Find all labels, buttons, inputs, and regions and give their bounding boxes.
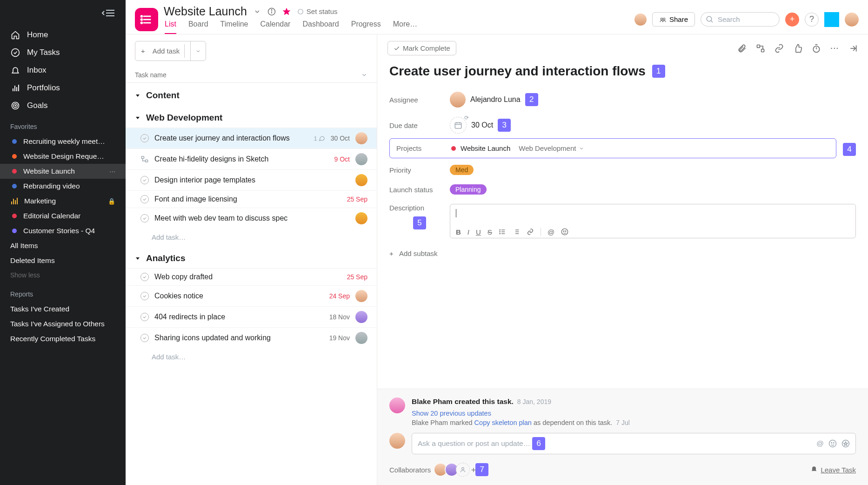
favorite-item[interactable]: Customer Stories - Q4 — [0, 223, 126, 238]
favorite-item[interactable]: Editorial Calendar — [0, 209, 126, 223]
more-icon[interactable]: ··· — [109, 167, 115, 175]
favorite-item[interactable]: Recruiting weekly meet… — [0, 134, 126, 149]
complete-checkbox[interactable] — [140, 214, 149, 222]
strike-button[interactable]: S — [487, 228, 492, 236]
subtask-icon[interactable] — [756, 44, 765, 53]
add-task-button[interactable]: + Add task — [135, 41, 206, 61]
add-task-inline[interactable]: Add task… — [126, 229, 377, 246]
nav-mytasks[interactable]: My Tasks — [0, 44, 126, 61]
link-button[interactable] — [527, 228, 534, 236]
complete-checkbox[interactable] — [140, 273, 149, 281]
member-avatar[interactable] — [634, 13, 647, 26]
task-row[interactable]: 404 redirects in place18 Nov — [126, 306, 377, 327]
nav-inbox[interactable]: Inbox — [0, 61, 126, 79]
nav-home[interactable]: Home — [0, 26, 126, 44]
section-header[interactable]: Content — [126, 83, 377, 105]
priority-field[interactable]: Med — [450, 165, 474, 175]
complete-checkbox[interactable] — [140, 176, 149, 184]
add-subtask-button[interactable]: + Add subtask — [389, 243, 856, 267]
tab-more[interactable]: More… — [393, 20, 417, 34]
add-button[interactable]: + — [785, 13, 799, 27]
tab-list[interactable]: List — [165, 20, 176, 34]
favorite-item[interactable]: Marketing🔒 — [0, 194, 126, 209]
report-link[interactable]: Tasks I've Created — [0, 302, 126, 317]
report-link[interactable]: Recently Completed Tasks — [0, 331, 126, 346]
task-row[interactable]: Create user journey and interaction flow… — [126, 128, 377, 148]
comment-input[interactable]: Ask a question or post an update… 6 @ — [412, 433, 856, 454]
mention-button[interactable]: @ — [548, 228, 554, 236]
section-header[interactable]: Web Development — [126, 105, 377, 128]
mention-icon[interactable]: @ — [816, 439, 824, 448]
chevron-down-icon[interactable] — [254, 8, 261, 15]
tab-progress[interactable]: Progress — [351, 20, 381, 34]
task-row[interactable]: Web copy drafted25 Sep — [126, 268, 377, 285]
emoji-icon[interactable] — [828, 439, 837, 448]
info-icon[interactable] — [267, 7, 276, 16]
complete-checkbox[interactable] — [140, 313, 149, 321]
task-row[interactable]: Meet with web dev team to discuss spec — [126, 208, 377, 229]
add-task-inline[interactable]: Add task… — [126, 348, 377, 365]
due-date-field[interactable]: ⟳ 30 Oct 3 — [450, 117, 511, 134]
tab-dashboard[interactable]: Dashboard — [302, 20, 339, 34]
user-avatar[interactable] — [845, 13, 859, 27]
projects-field[interactable]: Projects Website Launch Web Development — [389, 138, 836, 158]
description-field[interactable]: B I U S @ — [450, 204, 856, 238]
complete-checkbox[interactable] — [140, 134, 149, 142]
show-less-button[interactable]: Show less — [0, 268, 126, 282]
launch-status-field[interactable]: Planning — [450, 184, 487, 195]
help-button[interactable]: ? — [805, 13, 819, 27]
column-header-name[interactable]: Task name — [126, 67, 377, 83]
italic-button[interactable]: I — [467, 228, 469, 236]
task-row[interactable]: Design interior page templates — [126, 169, 377, 190]
report-link[interactable]: Tasks I've Assigned to Others — [0, 317, 126, 331]
section-header[interactable]: Analytics — [126, 246, 377, 268]
favorite-item[interactable]: Rebranding video — [0, 179, 126, 194]
emoji-button[interactable] — [561, 228, 568, 236]
assignee-avatar[interactable] — [355, 174, 367, 186]
task-row[interactable]: Sharing icons updated and working19 Nov — [126, 327, 377, 348]
link-icon[interactable] — [775, 44, 784, 53]
task-row[interactable]: Create hi-fidelity designs in Sketch9 Oc… — [126, 148, 377, 169]
assignee-avatar[interactable] — [355, 153, 367, 165]
mark-complete-button[interactable]: Mark Complete — [387, 41, 456, 55]
close-pane-icon[interactable] — [848, 44, 858, 53]
complete-checkbox[interactable] — [140, 292, 149, 300]
sidebar-collapse-button[interactable] — [0, 6, 126, 26]
share-button[interactable]: Share — [652, 12, 695, 27]
project-section-select[interactable]: Web Development — [519, 144, 584, 152]
tab-timeline[interactable]: Timeline — [220, 20, 248, 34]
complete-checkbox[interactable] — [140, 195, 149, 203]
project-title[interactable]: Website Launch — [164, 5, 247, 18]
timer-icon[interactable] — [812, 44, 821, 53]
favorite-item[interactable]: Website Launch··· — [0, 164, 126, 179]
assignee-avatar[interactable] — [355, 311, 367, 323]
tab-board[interactable]: Board — [188, 20, 208, 34]
underline-button[interactable]: U — [476, 228, 481, 236]
app-tile[interactable] — [824, 12, 839, 27]
show-previous-updates[interactable]: Show 20 previous updates — [412, 410, 856, 417]
add-collaborator-button[interactable]: + — [456, 463, 470, 477]
bullet-list-button[interactable] — [499, 228, 506, 236]
assignee-avatar[interactable] — [355, 212, 367, 224]
nav-portfolios[interactable]: Portfolios — [0, 79, 126, 97]
search-input[interactable]: Search — [701, 12, 780, 27]
nav-goals[interactable]: Goals — [0, 97, 126, 115]
star-icon[interactable] — [841, 439, 850, 448]
deleted-items-link[interactable]: Deleted Items — [0, 253, 126, 268]
task-row[interactable]: Font and image licensing25 Sep — [126, 190, 377, 208]
assignee-avatar[interactable] — [355, 332, 367, 344]
add-task-dropdown[interactable] — [191, 46, 206, 57]
attachment-icon[interactable] — [737, 44, 747, 53]
more-icon[interactable]: ··· — [830, 44, 839, 52]
favorite-item[interactable]: Website Design Reque… — [0, 149, 126, 164]
star-icon[interactable] — [282, 7, 291, 16]
set-status-button[interactable]: Set status — [297, 7, 338, 15]
task-row[interactable]: Cookies notice24 Sep — [126, 285, 377, 306]
leave-task-button[interactable]: Leave Task — [810, 466, 856, 474]
tab-calendar[interactable]: Calendar — [260, 20, 290, 34]
all-items-link[interactable]: All Items — [0, 238, 126, 253]
numbered-list-button[interactable] — [513, 228, 520, 236]
bold-button[interactable]: B — [456, 228, 461, 236]
task-title[interactable]: Create user journey and interaction flow… — [389, 64, 646, 79]
complete-checkbox[interactable] — [140, 334, 149, 342]
